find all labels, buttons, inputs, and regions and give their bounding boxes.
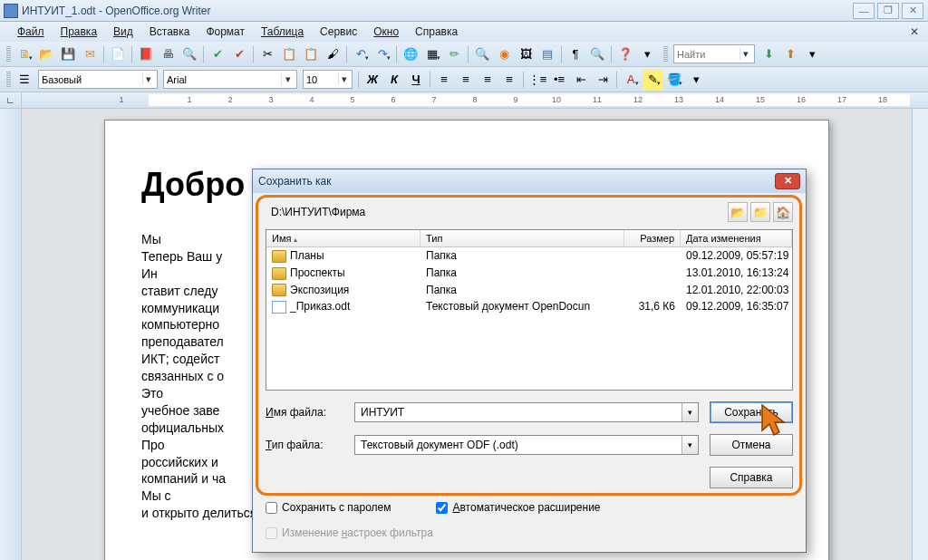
open-button[interactable]: 📂 — [36, 44, 56, 64]
up-folder-button[interactable]: 📂 — [728, 202, 748, 222]
auto-spell-button[interactable]: ✔ — [229, 44, 249, 64]
file-row[interactable]: ЭкспозицияПапка12.01.2010, 22:00:03 — [266, 282, 792, 299]
help-button[interactable]: ❓ — [615, 44, 635, 64]
find-prev-button[interactable]: ⬆ — [780, 44, 800, 64]
toolbar-grip[interactable] — [663, 46, 668, 63]
indent-decrease-button[interactable]: ⇤ — [571, 70, 591, 90]
vertical-ruler[interactable] — [0, 109, 22, 560]
file-list[interactable]: Имя Тип Размер Дата изменения ПланыПапка… — [266, 229, 793, 391]
win-restore-button[interactable]: ❐ — [877, 3, 899, 19]
save-with-password-checkbox[interactable]: Сохранить с паролем — [266, 501, 391, 514]
cut-button[interactable]: ✂ — [257, 44, 277, 64]
dropdown-icon[interactable]: ▾ — [281, 73, 294, 85]
mail-button[interactable]: ✉ — [80, 44, 100, 64]
filetype-combobox[interactable]: ▾ — [354, 435, 699, 455]
list-bullet-button[interactable]: •≡ — [549, 70, 569, 90]
auto-extension-input[interactable] — [436, 502, 448, 514]
underline-button[interactable]: Ч — [406, 70, 426, 90]
close-document-button[interactable]: ✕ — [908, 25, 921, 38]
undo-button[interactable]: ↶ — [351, 44, 371, 64]
dropdown-icon[interactable]: ▾ — [682, 436, 698, 454]
paragraph-style-combobox[interactable]: ▾ — [38, 70, 158, 89]
data-sources-button[interactable]: ▤ — [537, 44, 557, 64]
menu-window[interactable]: Окно — [365, 24, 407, 40]
find-combobox[interactable]: ▾ — [673, 44, 755, 63]
paste-button[interactable]: 📋 — [301, 44, 321, 64]
copy-button[interactable]: 📋 — [279, 44, 299, 64]
nonprinting-chars-button[interactable]: ¶ — [566, 44, 585, 64]
column-size[interactable]: Размер — [624, 230, 681, 246]
hyperlink-button[interactable]: 🌐 — [401, 44, 420, 64]
align-justify-button[interactable]: ≡ — [499, 70, 519, 90]
menu-table[interactable]: Таблица — [253, 24, 312, 40]
gallery-button[interactable]: 🖼 — [516, 44, 536, 64]
file-list-header[interactable]: Имя Тип Размер Дата изменения — [266, 230, 792, 247]
file-row[interactable]: _Приказ.odtТекстовый документ OpenDocun3… — [266, 298, 792, 315]
menu-insert[interactable]: Вставка — [141, 24, 198, 40]
indent-increase-button[interactable]: ⇥ — [593, 70, 613, 90]
spell-check-button[interactable]: ✔ — [208, 44, 227, 64]
column-name[interactable]: Имя — [266, 230, 420, 246]
toolbar-grip[interactable] — [6, 72, 11, 88]
menu-help[interactable]: Справка — [407, 24, 466, 40]
dialog-close-button[interactable]: ✕ — [775, 173, 800, 189]
menu-tools[interactable]: Сервис — [312, 24, 365, 40]
vertical-scrollbar[interactable] — [912, 109, 928, 560]
file-row[interactable]: ПроспектыПапка13.01.2010, 16:13:24 — [266, 265, 792, 282]
toolbar-menu-button[interactable]: ▾ — [802, 44, 822, 64]
menu-view[interactable]: Вид — [105, 24, 141, 40]
bold-button[interactable]: Ж — [362, 70, 382, 90]
menu-format[interactable]: Формат — [198, 24, 253, 40]
format-paint-button[interactable]: 🖌 — [323, 44, 343, 64]
save-button[interactable]: Сохранить — [710, 401, 793, 423]
win-minimize-button[interactable]: — — [853, 3, 875, 19]
column-date[interactable]: Дата изменения — [681, 230, 792, 246]
column-type[interactable]: Тип — [420, 230, 624, 246]
find-replace-button[interactable]: 🔍 — [472, 44, 492, 64]
toolbar-menu-button[interactable]: ▾ — [637, 44, 657, 64]
dropdown-icon[interactable]: ▾ — [338, 73, 349, 85]
dropdown-icon[interactable]: ▾ — [142, 73, 154, 85]
align-right-button[interactable]: ≡ — [478, 70, 498, 90]
align-center-button[interactable]: ≡ — [456, 70, 476, 90]
new-button[interactable]: 🗎 — [14, 44, 34, 64]
font-size-input[interactable] — [306, 74, 338, 85]
menu-file[interactable]: Файл — [9, 24, 53, 40]
font-name-combobox[interactable]: ▾ — [163, 70, 297, 89]
table-insert-button[interactable]: ▦ — [422, 44, 442, 64]
print-preview-button[interactable]: 🔍 — [179, 44, 199, 64]
list-number-button[interactable]: ⋮≡ — [527, 70, 547, 90]
export-pdf-button[interactable]: 📕 — [136, 44, 156, 64]
file-row[interactable]: ПланыПапка09.12.2009, 05:57:19 — [266, 247, 792, 265]
save-with-password-input[interactable] — [266, 502, 277, 514]
find-next-button[interactable]: ⬇ — [759, 44, 778, 64]
font-color-button[interactable]: A — [621, 70, 641, 90]
styles-button[interactable]: ☰ — [14, 70, 34, 90]
align-left-button[interactable]: ≡ — [434, 70, 454, 90]
print-button[interactable]: 🖶 — [158, 44, 178, 64]
font-name-input[interactable] — [167, 74, 281, 85]
filetype-input[interactable] — [355, 436, 682, 454]
help-button[interactable]: Справка — [710, 467, 793, 488]
font-size-combobox[interactable]: ▾ — [303, 70, 353, 89]
dialog-title-bar[interactable]: Сохранить как ✕ — [253, 169, 806, 193]
italic-button[interactable]: К — [384, 70, 404, 90]
find-dropdown-icon[interactable]: ▾ — [740, 48, 751, 60]
filename-combobox[interactable]: ▾ — [354, 402, 699, 422]
win-close-button[interactable]: ✕ — [902, 3, 923, 19]
background-color-button[interactable]: 🪣 — [664, 70, 684, 90]
zoom-button[interactable]: 🔍 — [587, 44, 607, 64]
toolbar-menu-button[interactable]: ▾ — [686, 70, 706, 90]
auto-extension-checkbox[interactable]: Автоматическое расширение — [436, 501, 600, 514]
dropdown-icon[interactable]: ▾ — [682, 403, 698, 421]
paragraph-style-input[interactable] — [42, 74, 142, 85]
toolbar-grip[interactable] — [6, 46, 11, 63]
cancel-button[interactable]: Отмена — [710, 434, 793, 456]
show-draw-button[interactable]: ✏ — [444, 44, 464, 64]
filename-input[interactable] — [355, 403, 682, 421]
highlight-color-button[interactable]: ✎ — [643, 70, 662, 90]
horizontal-ruler[interactable]: 1 1 2 3 4 5 6 7 8 9 10 11 12 13 14 15 16… — [149, 94, 910, 106]
new-folder-button[interactable]: 📁 — [750, 202, 770, 222]
edit-mode-button[interactable]: 📄 — [108, 44, 128, 64]
home-button[interactable]: 🏠 — [773, 202, 793, 222]
